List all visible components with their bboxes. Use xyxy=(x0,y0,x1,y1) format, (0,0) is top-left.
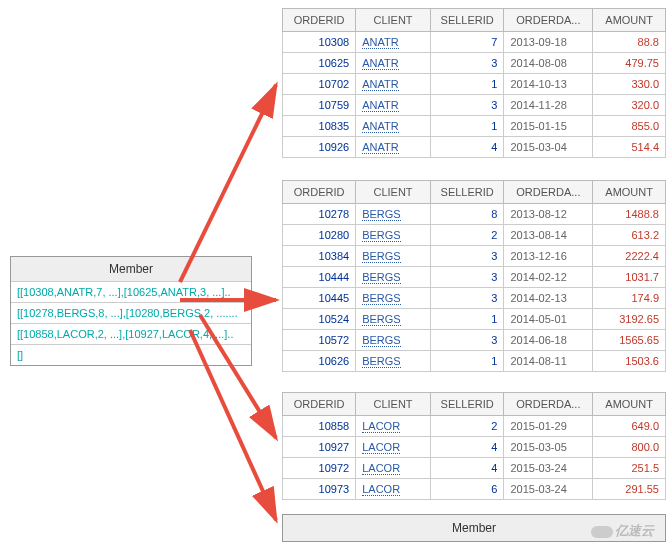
cell: 3 xyxy=(430,95,504,116)
cell: 174.9 xyxy=(593,288,666,309)
empty-member-label: Member xyxy=(452,521,496,535)
column-header: ORDERID xyxy=(283,9,356,32)
cell: 2014-02-12 xyxy=(504,267,593,288)
cell: 3 xyxy=(430,330,504,351)
data-table: ORDERIDCLIENTSELLERIDORDERDA...AMOUNT108… xyxy=(282,392,666,500)
cell: 2014-06-18 xyxy=(504,330,593,351)
cell: 2014-02-13 xyxy=(504,288,593,309)
table-row: 10278BERGS82013-08-121488.8 xyxy=(283,204,666,225)
cell: 4 xyxy=(430,137,504,158)
table-row: 10759ANATR32014-11-28320.0 xyxy=(283,95,666,116)
table-row: 10973LACOR62015-03-24291.55 xyxy=(283,479,666,500)
column-header: ORDERID xyxy=(283,393,356,416)
cell: 10572 xyxy=(283,330,356,351)
cell: 2015-03-05 xyxy=(504,437,593,458)
cell: 2015-03-24 xyxy=(504,479,593,500)
table-row: 10384BERGS32013-12-162222.4 xyxy=(283,246,666,267)
member-header: Member xyxy=(11,257,251,282)
column-header: AMOUNT xyxy=(593,9,666,32)
cell: BERGS xyxy=(356,330,431,351)
cell: 10973 xyxy=(283,479,356,500)
cell: 10280 xyxy=(283,225,356,246)
table-row: 10280BERGS22013-08-14613.2 xyxy=(283,225,666,246)
cell: 2014-05-01 xyxy=(504,309,593,330)
cell: 2015-03-04 xyxy=(504,137,593,158)
cell: 2222.4 xyxy=(593,246,666,267)
cell: 6 xyxy=(430,479,504,500)
cell: 3192.65 xyxy=(593,309,666,330)
column-header: AMOUNT xyxy=(593,181,666,204)
table-row: 10927LACOR42015-03-05800.0 xyxy=(283,437,666,458)
cloud-icon xyxy=(591,526,613,538)
cell: 649.0 xyxy=(593,416,666,437)
cell: 3 xyxy=(430,53,504,74)
cell: BERGS xyxy=(356,309,431,330)
cell: 2014-08-08 xyxy=(504,53,593,74)
cell: 1 xyxy=(430,351,504,372)
cell: BERGS xyxy=(356,204,431,225)
cell: 2015-03-24 xyxy=(504,458,593,479)
table-row: 10444BERGS32014-02-121031.7 xyxy=(283,267,666,288)
column-header: CLIENT xyxy=(356,181,431,204)
table-row: 10626BERGS12014-08-111503.6 xyxy=(283,351,666,372)
member-row: [[10308,ANATR,7, ...],[10625,ANATR,3, ..… xyxy=(11,282,251,303)
cell: BERGS xyxy=(356,225,431,246)
column-header: ORDERDA... xyxy=(504,181,593,204)
cell: 10444 xyxy=(283,267,356,288)
column-header: SELLERID xyxy=(430,181,504,204)
cell: LACOR xyxy=(356,437,431,458)
cell: 10524 xyxy=(283,309,356,330)
cell: 10308 xyxy=(283,32,356,53)
cell: 2014-11-28 xyxy=(504,95,593,116)
cell: 8 xyxy=(430,204,504,225)
column-header: ORDERDA... xyxy=(504,393,593,416)
cell: 330.0 xyxy=(593,74,666,95)
member-row: [] xyxy=(11,345,251,365)
table-row: 10835ANATR12015-01-15855.0 xyxy=(283,116,666,137)
cell: 2015-01-29 xyxy=(504,416,593,437)
column-header: SELLERID xyxy=(430,9,504,32)
table-row: 10308ANATR72013-09-1888.8 xyxy=(283,32,666,53)
cell: 2015-01-15 xyxy=(504,116,593,137)
watermark-logo: 亿速云 xyxy=(591,522,654,540)
cell: 4 xyxy=(430,437,504,458)
cell: 2013-08-12 xyxy=(504,204,593,225)
cell: ANATR xyxy=(356,95,431,116)
table-row: 10972LACOR42015-03-24251.5 xyxy=(283,458,666,479)
cell: 7 xyxy=(430,32,504,53)
cell: 2 xyxy=(430,225,504,246)
column-header: CLIENT xyxy=(356,393,431,416)
cell: 320.0 xyxy=(593,95,666,116)
cell: 10278 xyxy=(283,204,356,225)
cell: 1 xyxy=(430,116,504,137)
data-table: ORDERIDCLIENTSELLERIDORDERDA...AMOUNT102… xyxy=(282,180,666,372)
cell: 2013-12-16 xyxy=(504,246,593,267)
table-row: 10445BERGS32014-02-13174.9 xyxy=(283,288,666,309)
cell: 2013-08-14 xyxy=(504,225,593,246)
cell: BERGS xyxy=(356,246,431,267)
cell: 291.55 xyxy=(593,479,666,500)
table-row: 10524BERGS12014-05-013192.65 xyxy=(283,309,666,330)
column-header: AMOUNT xyxy=(593,393,666,416)
cell: ANATR xyxy=(356,116,431,137)
cell: 1503.6 xyxy=(593,351,666,372)
cell: 10858 xyxy=(283,416,356,437)
cell: 88.8 xyxy=(593,32,666,53)
cell: ANATR xyxy=(356,32,431,53)
column-header: SELLERID xyxy=(430,393,504,416)
cell: LACOR xyxy=(356,416,431,437)
table-row: 10572BERGS32014-06-181565.65 xyxy=(283,330,666,351)
cell: 10626 xyxy=(283,351,356,372)
cell: 10759 xyxy=(283,95,356,116)
member-row: [[10858,LACOR,2, ...],[10927,LACOR,4, ..… xyxy=(11,324,251,345)
cell: 479.75 xyxy=(593,53,666,74)
column-header: ORDERDA... xyxy=(504,9,593,32)
cell: BERGS xyxy=(356,267,431,288)
cell: 1565.65 xyxy=(593,330,666,351)
cell: 3 xyxy=(430,267,504,288)
cell: 10926 xyxy=(283,137,356,158)
cell: 10702 xyxy=(283,74,356,95)
cell: 514.4 xyxy=(593,137,666,158)
table-row: 10858LACOR22015-01-29649.0 xyxy=(283,416,666,437)
table-row: 10926ANATR42015-03-04514.4 xyxy=(283,137,666,158)
